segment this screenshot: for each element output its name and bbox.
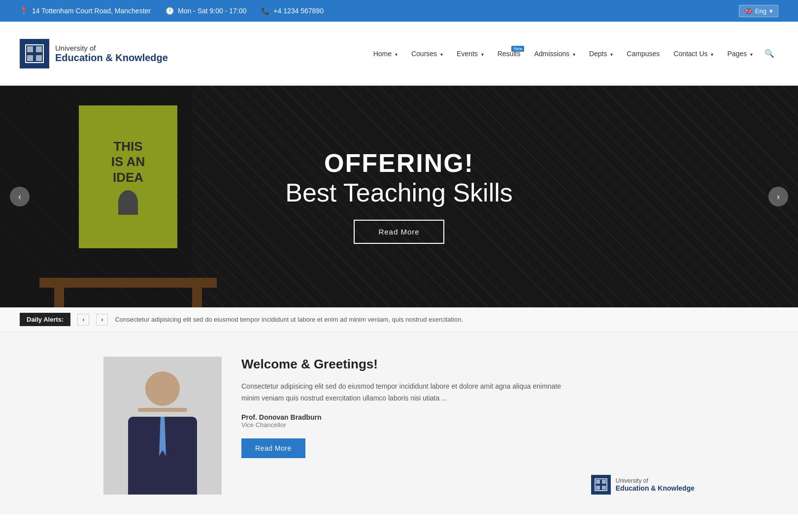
person-neck [138, 408, 187, 412]
footer-logo-partial: University of Education & Knowledge [591, 475, 695, 495]
flag-icon: 🇬🇧 [744, 7, 752, 15]
chevron-icon: ▾ [750, 52, 753, 57]
hero-content: OFFERING! Best Teaching Skills Read More [285, 149, 513, 244]
chevron-icon: ▾ [481, 52, 484, 57]
site-header: University of Education & Knowledge Home… [0, 22, 798, 86]
svg-rect-1 [27, 46, 33, 52]
chevron-icon: ▾ [440, 52, 443, 57]
nav-admissions[interactable]: Admissions ▾ [528, 46, 581, 62]
slider-prev-button[interactable]: ‹ [10, 187, 30, 206]
nav-home[interactable]: Home ▾ [367, 46, 403, 62]
main-nav: Home ▾ Courses ▾ Events ▾ New Results Ad… [197, 45, 778, 62]
logo-text: University of Education & Knowledge [55, 44, 168, 64]
alerts-text: Consectetur adipisicing elit sed do eius… [115, 316, 463, 323]
welcome-inner: Welcome & Greetings! Consectetur adipisi… [103, 357, 695, 495]
alerts-label: Daily Alerts: [20, 313, 70, 326]
language-selector[interactable]: 🇬🇧 Eng ▾ [739, 5, 778, 17]
chevron-down-icon: ▾ [769, 7, 773, 15]
logo-area[interactable]: University of Education & Knowledge [20, 39, 197, 68]
welcome-author-name: Prof. Donovan Bradburn [241, 413, 571, 421]
vice-chancellor-photo [103, 357, 222, 495]
logo-text-top: University of [55, 44, 168, 52]
svg-rect-8 [596, 486, 600, 490]
welcome-section: Welcome & Greetings! Consectetur adipisi… [0, 332, 798, 514]
svg-rect-9 [602, 486, 606, 490]
svg-rect-7 [602, 480, 606, 484]
footer-logo-text: University of Education & Knowledge [616, 477, 695, 492]
hero-slider: THISIS ANIDEA OFFERING! Best Teaching Sk… [0, 86, 798, 307]
alerts-bar: Daily Alerts: ‹ › Consectetur adipisicin… [0, 307, 798, 332]
nav-pages[interactable]: Pages ▾ [721, 46, 759, 62]
person-head [145, 371, 180, 406]
phone-item: 📞 +4 1234 567890 [261, 7, 324, 15]
search-button[interactable]: 🔍 [761, 45, 778, 62]
address-text: 14 Tottenham Court Road, Manchester [32, 7, 151, 15]
svg-rect-4 [36, 55, 42, 61]
svg-rect-3 [27, 55, 33, 61]
phone-icon: 📞 [261, 7, 269, 15]
alerts-next-button[interactable]: › [96, 314, 108, 326]
top-bar: 📍 14 Tottenham Court Road, Manchester 🕐 … [0, 0, 798, 22]
chevron-icon: ▾ [711, 52, 713, 57]
location-icon: 📍 [20, 7, 28, 15]
phone-text: +4 1234 567890 [273, 7, 324, 15]
logo-icon [20, 39, 49, 68]
hero-board-visual: THISIS ANIDEA [79, 105, 177, 248]
hero-title-main: OFFERING! [285, 149, 513, 177]
logo-text-main: Education & Knowledge [55, 52, 168, 64]
welcome-read-more-button[interactable]: Read More [241, 438, 305, 458]
hours-item: 🕐 Mon - Sat 9:00 - 17:00 [166, 7, 246, 15]
hours-text: Mon - Sat 9:00 - 17:00 [178, 7, 246, 15]
clock-icon: 🕐 [166, 7, 174, 15]
welcome-author-role: Vice Chancellor [241, 421, 571, 429]
board-text: THISIS ANIDEA [111, 139, 145, 185]
nav-events[interactable]: Events ▾ [451, 46, 490, 62]
nav-depts[interactable]: Depts ▾ [583, 46, 619, 62]
footer-logo-main: Education & Knowledge [616, 484, 695, 492]
chevron-icon: ▾ [610, 52, 613, 57]
nav-campuses[interactable]: Campuses [621, 46, 665, 62]
welcome-text-area: Welcome & Greetings! Consectetur adipisi… [241, 357, 571, 458]
slider-next-button[interactable]: › [768, 187, 788, 206]
lang-label: Eng [755, 7, 766, 15]
svg-rect-6 [596, 480, 600, 484]
svg-rect-2 [36, 46, 42, 52]
hero-title-sub: Best Teaching Skills [285, 177, 513, 208]
footer-logo-top: University of [616, 477, 695, 484]
nav-results[interactable]: New Results [492, 46, 527, 62]
hero-table-visual [39, 278, 217, 288]
person-tie [159, 417, 166, 456]
alerts-prev-button[interactable]: ‹ [77, 314, 89, 326]
new-badge: New [511, 46, 524, 52]
footer-logo-icon [591, 475, 611, 495]
welcome-description: Consectetur adipisicing elit sed do eius… [241, 381, 571, 404]
hero-read-more-button[interactable]: Read More [354, 220, 444, 244]
person-silhouette [118, 190, 138, 215]
chevron-icon: ▾ [573, 52, 575, 57]
chevron-icon: ▾ [395, 52, 398, 57]
nav-contact[interactable]: Contact Us ▾ [667, 46, 719, 62]
welcome-title: Welcome & Greetings! [241, 357, 571, 372]
contact-items: 📍 14 Tottenham Court Road, Manchester 🕐 … [20, 7, 739, 15]
address-item: 📍 14 Tottenham Court Road, Manchester [20, 7, 151, 15]
nav-courses[interactable]: Courses ▾ [405, 46, 449, 62]
person-body [128, 417, 197, 495]
